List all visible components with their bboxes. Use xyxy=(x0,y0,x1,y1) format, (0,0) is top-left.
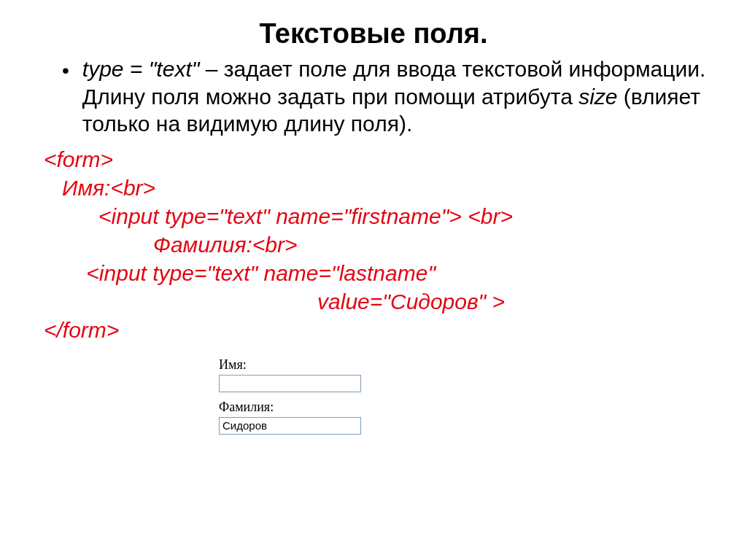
code-line-4: Фамилия:<br> xyxy=(44,230,718,259)
bullet-description: type = "text" – задает поле для ввода те… xyxy=(82,55,718,138)
code-line-3: <input type="text" name="firstname"> <br… xyxy=(44,202,718,230)
attr-size: size xyxy=(578,85,617,109)
bullet-marker: • xyxy=(62,58,69,83)
code-line-2: Имя:<br> xyxy=(44,174,718,202)
firstname-label: Имя: xyxy=(219,357,718,373)
code-line-1: <form> xyxy=(44,145,718,174)
dash: – xyxy=(206,57,224,81)
lastname-label: Фамилия: xyxy=(219,400,718,415)
attr-type-text: type = "text" xyxy=(82,57,206,81)
code-line-7: </form> xyxy=(44,316,718,344)
slide-title: Текстовые поля. xyxy=(29,18,718,50)
code-example: <form> Имя:<br> <input type="text" name=… xyxy=(29,145,718,344)
form-preview: Имя: Фамилия: xyxy=(219,357,718,442)
lastname-input[interactable] xyxy=(219,417,361,435)
firstname-input[interactable] xyxy=(219,375,361,392)
code-line-6: value="Сидоров" > xyxy=(44,287,718,316)
bullet-item: • type = "text" – задает поле для ввода … xyxy=(29,55,718,138)
code-line-5: <input type="text" name="lastname" xyxy=(44,259,718,287)
